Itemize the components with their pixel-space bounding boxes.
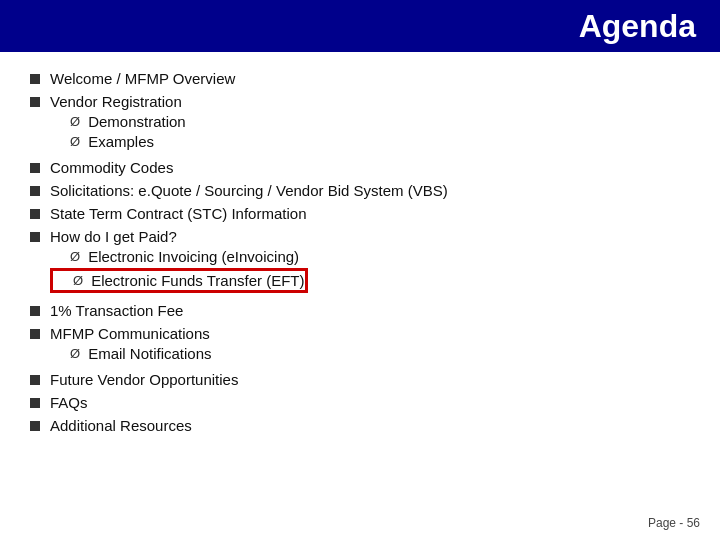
list-item: State Term Contract (STC) Information [30,205,690,222]
item-text: MFMP Communications [50,325,210,342]
bullet-icon [30,163,40,173]
sub-item-text: Examples [88,133,154,150]
item-text: FAQs [50,394,88,411]
sub-list: Ø Demonstration Ø Examples [50,113,186,150]
bullet-icon [30,306,40,316]
list-item: Welcome / MFMP Overview [30,70,690,87]
header-bar: Agenda [0,0,720,52]
page-number: Page - 56 [648,516,700,530]
content-area: Welcome / MFMP Overview Vendor Registrat… [0,52,720,450]
arrow-icon: Ø [73,273,83,288]
bullet-icon [30,209,40,219]
list-item: Commodity Codes [30,159,690,176]
item-text: Commodity Codes [50,159,173,176]
item-text: Vendor Registration [50,93,182,110]
item-text: 1% Transaction Fee [50,302,183,319]
item-text: Welcome / MFMP Overview [50,70,235,87]
slide-container: Agenda Welcome / MFMP Overview Vendor Re… [0,0,720,540]
sub-item-text: Electronic Funds Transfer (EFT) [91,272,304,289]
highlighted-eft-row: Ø Electronic Funds Transfer (EFT) [50,268,308,293]
bullet-icon [30,398,40,408]
arrow-icon: Ø [70,346,80,361]
list-item: Ø Demonstration [50,113,186,130]
slide-title: Agenda [579,8,696,45]
item-text: State Term Contract (STC) Information [50,205,306,222]
item-text: Solicitations: e.Quote / Sourcing / Vend… [50,182,448,199]
agenda-list: Welcome / MFMP Overview Vendor Registrat… [30,70,690,434]
bullet-icon [30,186,40,196]
list-item: Vendor Registration Ø Demonstration Ø Ex… [30,93,690,153]
sub-list: Ø Email Notifications [50,345,212,362]
bullet-icon [30,421,40,431]
sub-list: Ø Electronic Invoicing (eInvoicing) Ø El… [50,248,308,293]
item-text: How do I get Paid? [50,228,177,245]
list-item: Ø Email Notifications [50,345,212,362]
arrow-icon: Ø [70,134,80,149]
bullet-icon [30,329,40,339]
bullet-icon [30,375,40,385]
sub-item-text: Email Notifications [88,345,211,362]
item-text: Additional Resources [50,417,192,434]
sub-item-text: Demonstration [88,113,186,130]
list-item: FAQs [30,394,690,411]
list-item: Ø Electronic Invoicing (eInvoicing) [50,248,308,265]
list-item: MFMP Communications Ø Email Notification… [30,325,690,365]
bullet-icon [30,232,40,242]
list-item: How do I get Paid? Ø Electronic Invoicin… [30,228,690,296]
arrow-icon: Ø [70,249,80,264]
bullet-icon [30,74,40,84]
list-item: Solicitations: e.Quote / Sourcing / Vend… [30,182,690,199]
sub-item-text: Electronic Invoicing (eInvoicing) [88,248,299,265]
list-item: 1% Transaction Fee [30,302,690,319]
list-item: Future Vendor Opportunities [30,371,690,388]
list-item: Ø Examples [50,133,186,150]
bullet-icon [30,97,40,107]
item-text: Future Vendor Opportunities [50,371,238,388]
arrow-icon: Ø [70,114,80,129]
list-item: Additional Resources [30,417,690,434]
